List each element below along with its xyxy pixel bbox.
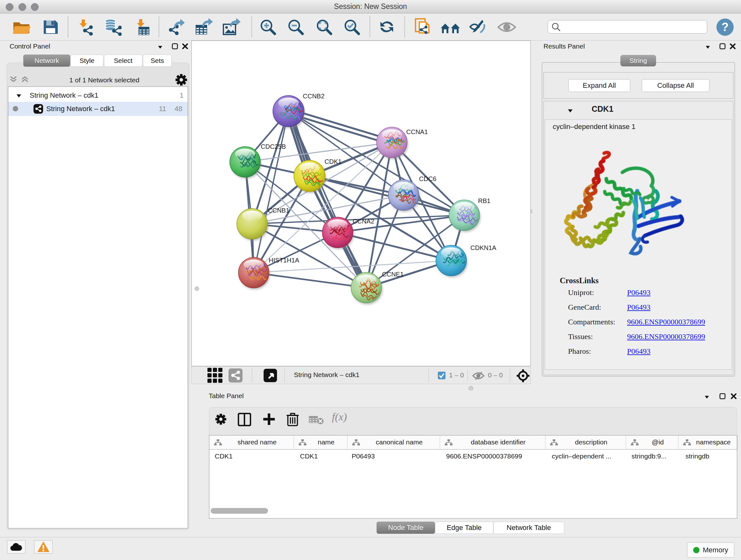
svg-text:CCNB1: CCNB1 (268, 207, 289, 214)
svg-text:RB1: RB1 (478, 197, 490, 204)
svg-text:HIST1H1A: HIST1H1A (269, 257, 299, 264)
svg-text:?: ? (722, 20, 729, 34)
svg-text:CDK1: CDK1 (325, 158, 341, 165)
svg-text:CCNE1: CCNE1 (382, 271, 404, 278)
svg-text:CCNB2: CCNB2 (303, 92, 325, 100)
svg-text:CDC25B: CDC25B (261, 143, 286, 150)
svg-text:CDC6: CDC6 (419, 175, 436, 182)
svg-text:CCNA2: CCNA2 (353, 218, 374, 225)
svg-text:CDKN1A: CDKN1A (470, 244, 496, 251)
svg-text:CCNA1: CCNA1 (406, 128, 428, 135)
